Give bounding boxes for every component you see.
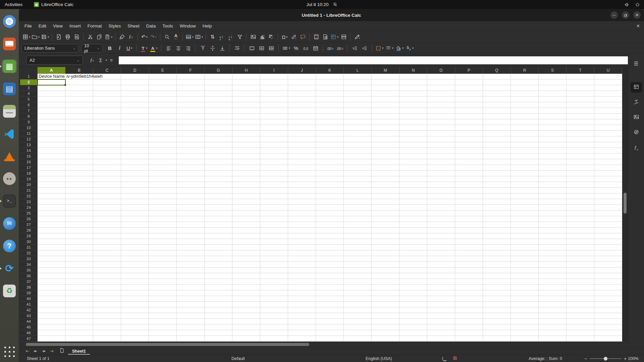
unmerge-cells-button[interactable] — [267, 44, 276, 53]
cell[interactable] — [232, 159, 260, 165]
cell[interactable] — [65, 165, 93, 171]
menu-file[interactable]: File — [21, 22, 35, 30]
cell[interactable] — [399, 85, 427, 91]
cell[interactable] — [121, 319, 149, 324]
previous-sheet-button[interactable]: ↞ — [32, 349, 40, 354]
cell[interactable] — [594, 324, 622, 330]
cell[interactable] — [149, 142, 177, 148]
cell[interactable] — [177, 256, 205, 262]
cell[interactable] — [288, 125, 316, 131]
focused-app-menu[interactable]: ▦ LibreOffice Calc — [34, 2, 73, 7]
cell[interactable] — [93, 182, 121, 188]
row-header-37[interactable]: 37 — [20, 279, 38, 285]
cell[interactable] — [399, 222, 427, 228]
column-header-H[interactable]: H — [232, 67, 260, 74]
cell[interactable] — [205, 245, 232, 250]
cell[interactable] — [288, 91, 316, 97]
cell[interactable] — [539, 205, 567, 210]
cell[interactable] — [567, 307, 594, 313]
cell[interactable] — [372, 228, 399, 233]
cell[interactable]: Device Name — [38, 74, 65, 79]
cell[interactable] — [483, 142, 511, 148]
cell[interactable] — [399, 91, 427, 97]
cell[interactable] — [38, 330, 65, 336]
sidebar-gallery-button[interactable] — [631, 112, 642, 123]
cell[interactable] — [177, 136, 205, 142]
cell[interactable] — [93, 131, 121, 136]
dock-vlc[interactable] — [2, 149, 17, 163]
row-header-15[interactable]: 15 — [20, 154, 38, 159]
insert-row-button[interactable]: ▾ — [185, 33, 194, 42]
dock-trash[interactable]: ♻ — [2, 284, 17, 298]
clear-formatting-button[interactable]: I× — [126, 33, 136, 42]
cell[interactable] — [260, 182, 288, 188]
cell[interactable] — [427, 336, 455, 342]
chevron-down-icon[interactable]: ▾ — [289, 47, 290, 50]
cell[interactable] — [177, 142, 205, 148]
cell[interactable] — [344, 97, 372, 102]
close-document-icon[interactable]: ✕ — [636, 23, 640, 28]
cell[interactable] — [149, 239, 177, 245]
cell[interactable] — [149, 313, 177, 319]
cell[interactable] — [399, 125, 427, 131]
cell[interactable] — [38, 324, 65, 330]
cell[interactable] — [232, 205, 260, 210]
cell[interactable] — [38, 154, 65, 159]
cell[interactable] — [288, 131, 316, 136]
cell[interactable] — [65, 108, 93, 114]
cell[interactable] — [427, 239, 455, 245]
cell[interactable] — [177, 79, 205, 85]
cell[interactable] — [344, 131, 372, 136]
cell[interactable] — [177, 267, 205, 273]
cell[interactable] — [232, 176, 260, 182]
cell[interactable] — [149, 131, 177, 136]
cell[interactable] — [427, 324, 455, 330]
cell[interactable] — [121, 273, 149, 279]
column-header-T[interactable]: T — [567, 67, 594, 74]
cell[interactable] — [205, 222, 232, 228]
cell[interactable] — [372, 233, 399, 239]
cell[interactable] — [232, 119, 260, 125]
cell[interactable] — [567, 79, 594, 85]
cell[interactable] — [511, 154, 539, 159]
cell[interactable] — [121, 85, 149, 91]
cell[interactable] — [121, 324, 149, 330]
menu-view[interactable]: View — [50, 22, 66, 30]
cell[interactable] — [177, 193, 205, 199]
cell[interactable] — [260, 108, 288, 114]
cell[interactable] — [288, 302, 316, 307]
cell[interactable] — [93, 262, 121, 267]
highlight-color-button[interactable]: A▾ — [149, 44, 158, 53]
cell[interactable] — [483, 205, 511, 210]
cell[interactable] — [149, 330, 177, 336]
cell[interactable] — [149, 171, 177, 176]
cell[interactable] — [65, 290, 93, 296]
align-bottom-button[interactable] — [218, 44, 227, 53]
cell[interactable] — [260, 228, 288, 233]
cell[interactable] — [149, 262, 177, 267]
cell[interactable] — [205, 296, 232, 302]
cell[interactable] — [149, 324, 177, 330]
cell[interactable] — [38, 279, 65, 285]
cell[interactable] — [93, 199, 121, 205]
cell[interactable] — [93, 154, 121, 159]
show-draw-functions-button[interactable] — [353, 33, 362, 42]
cell[interactable] — [344, 199, 372, 205]
cell[interactable] — [344, 114, 372, 119]
cell[interactable] — [483, 279, 511, 285]
cell[interactable] — [121, 97, 149, 102]
cell[interactable] — [232, 245, 260, 250]
cell[interactable] — [205, 176, 232, 182]
cell[interactable] — [65, 159, 93, 165]
cell[interactable] — [455, 228, 483, 233]
chevron-down-icon[interactable]: ▾ — [155, 36, 157, 39]
cell[interactable] — [511, 131, 539, 136]
autofilter-button[interactable] — [235, 33, 244, 42]
cell[interactable] — [177, 228, 205, 233]
column-header-N[interactable]: N — [399, 67, 427, 74]
cell[interactable] — [483, 108, 511, 114]
cell[interactable] — [232, 290, 260, 296]
cell[interactable] — [316, 336, 344, 342]
cell[interactable] — [372, 324, 399, 330]
cell[interactable] — [344, 319, 372, 324]
